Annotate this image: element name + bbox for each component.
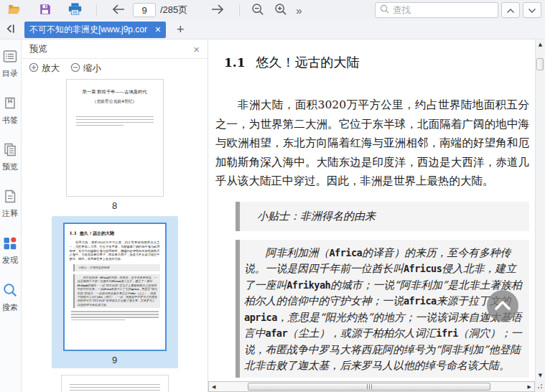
thumb9-heading: 1.1悠久！远古的大陆 <box>70 230 160 237</box>
find-previous-button[interactable] <box>501 2 520 18</box>
thumb9-tip-body: 阿非利加洲（Africa的译音）的来历，至今有多种传说。一说是因四千年前一位酋长… <box>73 274 160 308</box>
thumbnail-zoom-in-label: 放大 <box>42 62 60 75</box>
circle-plus-icon <box>29 62 39 75</box>
thumbnail-zoom-out-button[interactable]: 缩小 <box>70 62 101 75</box>
thumb9-tip-title: 小贴士：非洲得名的由来 <box>73 264 160 271</box>
plus-icon: + <box>177 23 185 36</box>
thumb9-paragraph: 非洲大陆，面积3020万平方公里，约占世界陆地面积五分之一，为世界第二大洲。它位… <box>70 241 160 261</box>
scroll-up-arrow-icon[interactable]: ▲ <box>536 42 545 47</box>
preview-panel-header: 预览 × <box>22 39 208 59</box>
sidebar-item-label: 搜索 <box>2 302 18 313</box>
print-button[interactable] <box>68 3 82 17</box>
sidebar-item-label: 发现 <box>2 255 18 266</box>
thumbnail-page-image: 1.1悠久！远古的大陆 非洲大陆，面积3020万平方公里，约占世界陆地面积五分之… <box>63 223 167 351</box>
thumbnail-page-9-selected[interactable]: 1.1悠久！远古的大陆 非洲大陆，面积3020万平方公里，约占世界陆地面积五分之… <box>52 216 178 368</box>
tab-title: 不可不知的非洲史[www.j9p.cor <box>29 24 153 36</box>
sidebar-item-search[interactable]: 搜索 <box>0 283 22 313</box>
folder-open-icon <box>7 4 21 17</box>
toolbar-divider <box>239 4 240 17</box>
arrow-right-icon <box>210 4 225 17</box>
document-page[interactable]: 1.1悠久！远古的大陆 非洲大陆，面积3020万平方公里，约占世界陆地面积五分之… <box>208 39 535 381</box>
search-panel-icon <box>3 283 17 300</box>
horizontal-scrollbar-thumb[interactable] <box>248 383 490 391</box>
thumb8-body-lines <box>76 116 154 126</box>
pdf-reader-window: /285页 » <box>0 0 545 392</box>
search-icon <box>380 4 389 17</box>
thumb9-extra-lines <box>71 311 159 320</box>
section-heading: 1.1悠久！远古的大陆 <box>224 54 529 71</box>
next-page-button[interactable] <box>210 4 225 17</box>
find-box[interactable] <box>375 2 498 18</box>
vertical-scrollbar[interactable]: ▲ ▼ <box>535 39 545 381</box>
toolbar-divider <box>96 4 97 17</box>
sidebar-item-label: 预览 <box>2 162 18 172</box>
zoom-in-button[interactable] <box>274 3 287 18</box>
resize-grip <box>535 381 545 392</box>
chevron-left-bar-icon <box>5 23 17 37</box>
scroll-right-arrow-icon[interactable]: ▶ <box>528 384 531 389</box>
preview-panel-title: 预览 <box>29 43 47 55</box>
new-tab-button[interactable]: + <box>177 23 185 36</box>
discover-icon <box>3 236 17 253</box>
sidebar-item-label: 书签 <box>2 115 18 126</box>
main-toolbar: /285页 » <box>0 0 545 20</box>
thumbnail-page-image <box>61 375 169 392</box>
open-file-button[interactable] <box>7 4 21 17</box>
page-number-input[interactable] <box>133 3 156 17</box>
thumbnail-list[interactable]: 第一章 辉煌千年——古埃及时代 （史前至公元前4世纪） 8 1.1悠久！远古的大… <box>22 78 208 392</box>
sidebar-item-annotations[interactable]: 注释 <box>0 190 22 219</box>
thumb8-chapter-title: 第一章 辉煌千年——古埃及时代 <box>67 89 163 95</box>
sidebar-item-bookmarks[interactable]: 书签 <box>0 96 22 126</box>
thumbnail-page-number: 8 <box>66 200 164 211</box>
thumbnail-zoom-in-button[interactable]: 放大 <box>29 62 60 75</box>
zoom-in-icon <box>274 3 287 18</box>
section-title: 悠久！远古的大陆 <box>256 55 360 70</box>
thumbnail-page-image: 第一章 辉煌千年——古埃及时代 （史前至公元前4世纪） <box>66 79 164 197</box>
tip-box-title: 小贴士：非洲得名的由来 <box>236 202 529 231</box>
preview-zoom-toolbar: 放大 缩小 <box>22 59 208 78</box>
tab-active-document[interactable]: 不可不知的非洲史[www.j9p.cor × <box>24 22 166 38</box>
back-to-top-button[interactable] <box>487 290 518 322</box>
chevron-double-right-icon: » <box>296 4 302 17</box>
scroll-left-arrow-icon[interactable]: ◀ <box>212 384 215 389</box>
toc-icon <box>3 50 17 66</box>
save-icon <box>39 4 51 17</box>
sidebar-item-toc[interactable]: 目录 <box>0 50 22 79</box>
sidebar-item-label: 注释 <box>2 208 18 219</box>
tip-box-body: 阿非利加洲（Africa的译音）的来历，至今有多种传说。一说是因四千年前一位酋长… <box>236 240 529 378</box>
vertical-scrollbar-thumb[interactable] <box>536 58 544 70</box>
sidebar-item-label: 目录 <box>2 68 18 79</box>
scroll-down-arrow-icon[interactable]: ▼ <box>536 373 545 378</box>
tab-close-icon[interactable]: × <box>155 24 161 34</box>
chevron-up-icon <box>493 299 512 313</box>
previous-page-button[interactable] <box>111 4 126 17</box>
chevron-up-icon <box>506 5 515 16</box>
app-body: 目录 书签 预览 注释 <box>0 39 545 392</box>
thumbnail-page-8[interactable]: 第一章 辉煌千年——古埃及时代 （史前至公元前4世纪） 8 <box>66 79 164 213</box>
thumb8-chapter-subtitle: （史前至公元前4世纪） <box>67 98 163 105</box>
zoom-out-icon <box>251 3 264 18</box>
page-total-label: /285页 <box>160 4 187 17</box>
circle-minus-icon <box>70 62 80 75</box>
save-button[interactable] <box>39 4 51 17</box>
tab-list-collapse-button[interactable] <box>2 21 19 38</box>
thumbnail-zoom-out-label: 缩小 <box>83 62 101 75</box>
zoom-out-button[interactable] <box>251 3 264 18</box>
thumbnail-page-10[interactable] <box>61 368 169 392</box>
tab-bar: 不可不知的非洲史[www.j9p.cor × + <box>0 20 545 39</box>
thumb9-heading-title: 悠久！远古的大陆 <box>80 230 114 235</box>
find-input[interactable] <box>393 5 508 15</box>
preview-panel-close-icon[interactable]: × <box>193 44 200 55</box>
thumb9-heading-number: 1.1 <box>70 230 77 235</box>
preview-panel: 预览 × 放大 缩小 <box>22 39 208 392</box>
section-number: 1.1 <box>224 55 246 70</box>
sidebar-item-preview[interactable]: 预览 <box>0 143 22 172</box>
sidebar-item-discover[interactable]: 发现 <box>0 236 22 266</box>
find-next-button[interactable] <box>523 2 541 18</box>
thumbnail-page-number: 9 <box>112 355 117 365</box>
horizontal-scrollbar[interactable]: ◀ ▶ <box>208 381 535 392</box>
more-tools-button[interactable]: » <box>296 4 302 17</box>
preview-icon <box>3 143 17 159</box>
body-paragraph: 非洲大陆，面积3020万平方公里，约占世界陆地面积五分之一，为世界第二大洲。它位… <box>215 95 529 191</box>
annotation-icon <box>3 190 17 206</box>
